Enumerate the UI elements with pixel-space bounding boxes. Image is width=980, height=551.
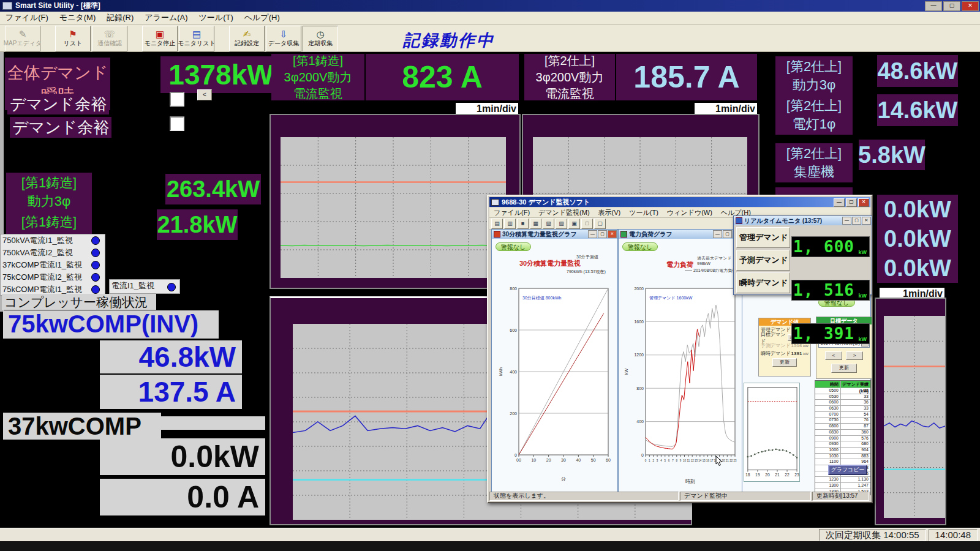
comp37-kw-value: 0.0kW	[100, 438, 265, 475]
table-row[interactable]: 12301,130	[815, 476, 870, 482]
menu-item[interactable]: ツール(T)	[194, 11, 239, 24]
current-i1-monitor[interactable]: 電流I1_監視	[109, 279, 180, 294]
print-icon[interactable]: ▤	[491, 219, 503, 229]
menu-item[interactable]: ファイル(F)	[0, 11, 54, 24]
svg-text:14: 14	[698, 459, 702, 462]
save-icon[interactable]: ■	[517, 219, 529, 229]
table-icon[interactable]: ▧	[543, 219, 554, 229]
overlay-minimize-button[interactable]: —	[834, 198, 845, 207]
table-row[interactable]: 050033	[815, 388, 870, 394]
overlay-title: 9688-30 デマンド監視ソフト	[502, 198, 590, 207]
モニタリスト-button[interactable]: ▤モニタリスト	[179, 26, 214, 51]
menu-item[interactable]: 記録(R)	[101, 11, 139, 24]
svg-text:kW: kW	[624, 369, 628, 375]
right-value-2: 0.0kW	[877, 224, 958, 253]
alarm-icon[interactable]: ▣	[568, 219, 580, 229]
table-row[interactable]: 073076	[815, 417, 870, 423]
minimize-button[interactable]: —	[925, 1, 942, 11]
table-row[interactable]: 1030883	[815, 453, 870, 459]
checkbox-1[interactable]	[170, 92, 184, 107]
monitor-list-item[interactable]: 750kVA電流I2_監視	[1, 247, 105, 259]
child-close-button[interactable]: ✕	[608, 230, 617, 238]
main-menubar: ファイル(F)モニタ(M)記録(R)アラーム(A)ツール(T)ヘルプ(H)	[0, 12, 980, 24]
table-row[interactable]: 063033	[815, 405, 870, 411]
svg-text:50: 50	[591, 458, 596, 462]
window-icon[interactable]: □	[581, 219, 593, 229]
overlay-maximize-button[interactable]: ▢	[846, 198, 857, 207]
status-dot-icon	[167, 283, 176, 291]
データ収集-button[interactable]: ⇩データ収集	[266, 26, 301, 51]
overlay-close-button[interactable]: ✕	[858, 198, 869, 207]
scroll-left-button[interactable]: <	[197, 89, 212, 100]
cast1-power-label: [第1鋳造] 動力3φ	[6, 173, 92, 212]
child-maximize-button[interactable]: ▢	[723, 230, 732, 238]
table-cell-time: 0630	[815, 406, 841, 411]
monitor-list-label: 37kCOMP電流I1_監視	[2, 260, 82, 271]
finish2-current-label: [第2仕上] 3φ200V動力 電流監視	[524, 54, 615, 100]
svg-text:200: 200	[510, 411, 517, 416]
overlay-menu-item[interactable]: ツール(T)	[625, 208, 663, 218]
child-minimize-button[interactable]: —	[588, 230, 597, 238]
menu-item[interactable]: モニタ(M)	[54, 11, 101, 24]
overlay-menu-item[interactable]: ファイル(F)	[489, 208, 534, 218]
table-row[interactable]: 0900576	[815, 435, 870, 441]
maximize-button[interactable]: ▢	[943, 1, 960, 11]
table-cell-demand: 964	[841, 459, 870, 465]
table-row[interactable]: 070054	[815, 411, 870, 418]
table-row[interactable]: 060036	[815, 399, 870, 405]
prev-day-button[interactable]: <	[825, 351, 842, 360]
next-day-button[interactable]: >	[846, 351, 863, 360]
child-maximize-button[interactable]: ▢	[598, 230, 607, 238]
table-row[interactable]: 080087	[815, 423, 870, 429]
overlay-menu-item[interactable]: 表示(V)	[594, 208, 625, 218]
menu-item[interactable]: ヘルプ(H)	[239, 11, 285, 24]
monitor-list-label: 75kCOMP電流I2_監視	[2, 272, 82, 283]
table-cell-demand: 680	[841, 441, 870, 447]
checkbox-2[interactable]	[170, 116, 184, 131]
table-cell-time: 0830	[815, 430, 841, 435]
monitor-window-icon	[736, 217, 742, 224]
child-minimize-button[interactable]: —	[842, 217, 851, 225]
finish2-power-value: 48.6kW	[877, 55, 958, 87]
demand-update-button[interactable]: 更新	[772, 358, 797, 367]
overlay-menu-item[interactable]: ウィンドウ(W)	[663, 208, 717, 218]
table-cell-time: 0600	[815, 400, 841, 405]
monitor-list-item[interactable]: 750kVA電流I1_監視	[1, 234, 105, 247]
menu-item[interactable]: アラーム(A)	[139, 11, 193, 24]
graph-copy-button[interactable]: グラフコピー	[828, 465, 867, 475]
realtime-titlebar: リアルタイムモニタ (13:57) — ▢ ✕	[734, 216, 872, 225]
child-maximize-button[interactable]: ▢	[852, 217, 861, 225]
child-minimize-button[interactable]: —	[713, 230, 722, 238]
monitor-list-icon: ▤	[192, 29, 201, 39]
help-icon[interactable]: ▢	[594, 219, 606, 229]
定期収集-button[interactable]: ◷定期収集	[303, 26, 338, 51]
monitor-list-item[interactable]: 37kCOMP電流I1_監視	[1, 259, 105, 271]
graph-icon[interactable]: ▦	[530, 219, 541, 229]
svg-text:1200: 1200	[634, 353, 644, 357]
table-row[interactable]: 0930680	[815, 441, 870, 447]
記録設定-button[interactable]: ✍記録設定	[229, 26, 265, 51]
preview-icon[interactable]: ▥	[504, 219, 516, 229]
comp37-name: 37kwCOMP	[3, 413, 161, 440]
target-update-button[interactable]: 更新	[831, 364, 857, 373]
table-row[interactable]: 1100964	[815, 459, 870, 465]
demand-panel-row: 瞬時デマンド1391kW	[759, 350, 810, 358]
close-button[interactable]: ✕	[962, 1, 979, 11]
table-row[interactable]: 053033	[815, 394, 870, 400]
toolbar-button-label: モニタリスト	[178, 39, 215, 48]
status-dot-icon	[91, 285, 100, 294]
overlay-menu-item[interactable]: デマンド監視(M)	[534, 208, 594, 218]
リスト-button[interactable]: ⚑リスト	[55, 26, 91, 51]
table-row[interactable]: 13001,247	[815, 482, 870, 489]
monitor-list-item[interactable]: 75kCOMP電流I2_監視	[1, 271, 105, 283]
main-titlebar: Smart Site Utility - [標準] — ▢ ✕	[0, 0, 980, 12]
child-close-button[interactable]: ✕	[862, 217, 871, 225]
table-cell-demand: 1,130	[841, 477, 870, 482]
table-row[interactable]: 0830360	[815, 429, 870, 435]
モニタ停止-button[interactable]: ▣モニタ停止	[142, 26, 178, 51]
comp75-amp-value: 137.5 A	[100, 375, 242, 409]
monitor-icon[interactable]: ▨	[556, 219, 567, 229]
toolbar-button-label: 通信確認	[97, 39, 122, 48]
table-row[interactable]: 1000904	[815, 447, 870, 453]
table-cell-demand: 54	[841, 412, 870, 418]
